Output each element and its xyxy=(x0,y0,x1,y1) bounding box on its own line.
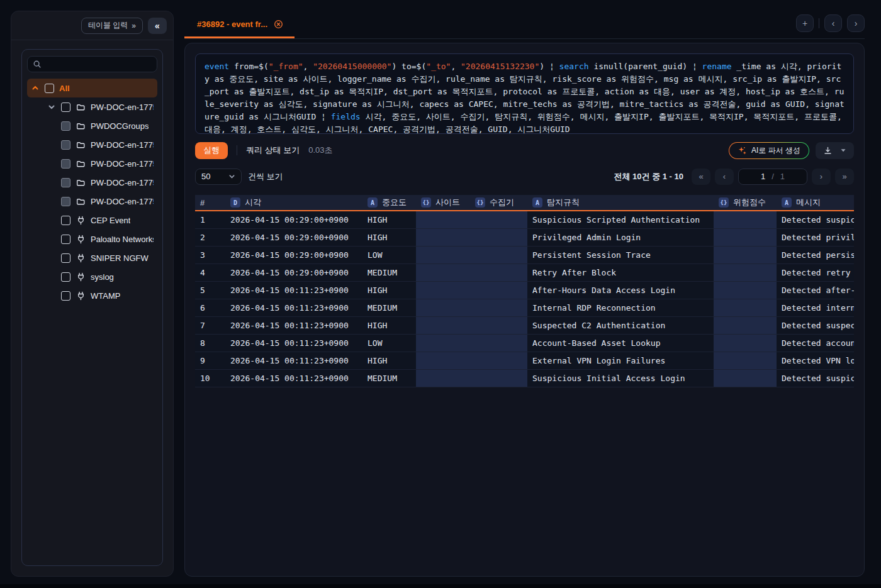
table-cell: Detected retry af xyxy=(777,264,854,281)
checkbox[interactable] xyxy=(61,121,70,131)
download-button[interactable] xyxy=(816,142,854,159)
ai-parser-label: AI로 파서 생성 xyxy=(751,145,800,156)
table-cell: Retry After Block xyxy=(527,264,714,281)
chevron-down-icon xyxy=(228,173,235,180)
tree-item-wtamp[interactable]: WTAMP xyxy=(27,286,157,305)
column-label: 위험점수 xyxy=(733,197,766,208)
next-tab-button[interactable]: › xyxy=(847,14,865,32)
query-status-link[interactable]: 쿼리 상태 보기 xyxy=(246,145,300,156)
table-row[interactable]: 12026-04-15 00:29:00+0900HIGHSuspicious … xyxy=(195,211,854,229)
tree-item-syslog[interactable]: syslog xyxy=(27,267,157,286)
tree-item-cep-event[interactable]: CEP Event xyxy=(27,211,157,230)
query-token: "_to" xyxy=(426,62,451,71)
table-row[interactable]: 102026-04-15 00:11:23+0900MEDIUMSuspicio… xyxy=(195,370,854,387)
prev-page-button[interactable]: ‹ xyxy=(715,169,734,185)
folder-icon xyxy=(76,178,86,187)
column-header-index[interactable]: {}사이트 xyxy=(416,195,470,210)
checkbox[interactable] xyxy=(45,84,54,93)
table-cell xyxy=(714,317,777,334)
table-cell: HIGH xyxy=(362,282,416,299)
tree-item-pw-doc-en-17757[interactable]: PW-DOC-en-17757 xyxy=(27,173,157,192)
column-header-index[interactable]: A탐지규칙 xyxy=(527,195,714,210)
table-cell: 2026-04-15 00:11:23+0900 xyxy=(225,335,362,352)
checkbox[interactable] xyxy=(61,291,70,301)
table-row[interactable]: 62026-04-15 00:11:23+0900MEDIUMInternal … xyxy=(195,299,854,317)
column-header-index[interactable]: # xyxy=(195,195,225,210)
column-header-index[interactable]: D시각 xyxy=(225,195,362,210)
column-header-index[interactable]: A메시지 xyxy=(777,195,854,210)
run-query-button[interactable]: 실행 xyxy=(195,142,228,159)
table-cell xyxy=(416,352,470,369)
tree-item-pw-doc-en-17757[interactable]: PW-DOC-en-17757 xyxy=(27,97,157,116)
column-header-index[interactable]: {}위험점수 xyxy=(714,195,777,210)
checkbox[interactable] xyxy=(61,235,70,244)
checkbox[interactable] xyxy=(61,253,70,263)
column-header-index[interactable]: {}수집기 xyxy=(470,195,527,210)
tree-item-pw-doc-en-17757[interactable]: PW-DOC-en-17757 xyxy=(27,135,157,154)
table-cell: 2026-04-15 00:11:23+0900 xyxy=(225,352,362,369)
next-page-button[interactable]: › xyxy=(812,169,831,185)
table-cell xyxy=(416,229,470,246)
download-caret-icon[interactable] xyxy=(840,147,846,153)
table-cell: Detected privileg xyxy=(777,229,854,246)
tree-item-label: PW-DOC-en-17757 xyxy=(91,103,154,112)
checkbox[interactable] xyxy=(61,197,70,206)
checkbox[interactable] xyxy=(61,272,70,282)
tree-item-paloalto-networks-n[interactable]: Paloalto Networks N xyxy=(27,230,157,248)
page-number-input[interactable]: 1 / 1 xyxy=(738,169,807,185)
prev-tab-button[interactable]: ‹ xyxy=(824,14,842,32)
checkbox[interactable] xyxy=(61,103,70,112)
chevron-up-icon[interactable] xyxy=(31,84,40,92)
chevron-right-icon: › xyxy=(855,18,858,28)
table-row[interactable]: 32026-04-15 00:29:00+0900LOWPersistent S… xyxy=(195,247,854,264)
checkbox[interactable] xyxy=(61,159,70,169)
table-cell: Suspected C2 Authentication xyxy=(527,317,714,334)
table-cell: 2026-04-15 00:29:00+0900 xyxy=(225,264,362,281)
page-size-select[interactable]: 50 xyxy=(195,169,242,185)
table-row[interactable]: 52026-04-15 00:11:23+0900HIGHAfter-Hours… xyxy=(195,282,854,299)
tab-close-icon[interactable] xyxy=(274,19,283,29)
query-token: event xyxy=(205,62,229,71)
table-cell: HIGH xyxy=(362,317,416,334)
table-cell xyxy=(714,282,777,299)
ai-parser-button[interactable]: AI로 파서 생성 xyxy=(729,142,809,159)
bottom-strip xyxy=(0,584,881,588)
tree-item-pwdocgroups[interactable]: PWDOCGroups xyxy=(27,116,157,135)
table-input-button[interactable]: 테이블 입력 » xyxy=(81,18,143,34)
table-cell: LOW xyxy=(362,247,416,263)
tree-search[interactable] xyxy=(27,56,157,72)
checkbox[interactable] xyxy=(61,178,70,187)
column-header-index[interactable]: A중요도 xyxy=(362,195,416,210)
table-cell: MEDIUM xyxy=(362,264,416,281)
tree-item-sniper-ngfw[interactable]: SNIPER NGFW xyxy=(27,248,157,267)
table-row[interactable]: 72026-04-15 00:11:23+0900HIGHSuspected C… xyxy=(195,317,854,335)
query-token: , xyxy=(451,62,461,71)
table-tree-panel: AllPW-DOC-en-17757PWDOCGroupsPW-DOC-en-1… xyxy=(21,49,163,566)
first-page-button[interactable]: « xyxy=(692,169,710,185)
table-row[interactable]: 42026-04-15 00:29:00+0900MEDIUMRetry Aft… xyxy=(195,264,854,282)
tree-item-pw-doc-en-17757[interactable]: PW-DOC-en-17757 xyxy=(27,192,157,211)
table-cell: Detected VPN logi xyxy=(777,352,854,369)
chevron-down-icon[interactable] xyxy=(47,103,56,111)
checkbox[interactable] xyxy=(61,216,70,225)
tree-item-pw-doc-en-17757[interactable]: PW-DOC-en-17757 xyxy=(27,154,157,173)
query-token: ) to=$( xyxy=(391,62,426,71)
query-elapsed-time: 0.03초 xyxy=(308,145,332,156)
table-row[interactable]: 82026-04-15 00:11:23+0900LOWAccount-Base… xyxy=(195,335,854,352)
tree-search-input[interactable] xyxy=(45,60,152,69)
table-row[interactable]: 92026-04-15 00:11:23+0900HIGHExternal VP… xyxy=(195,352,854,370)
last-page-button[interactable]: » xyxy=(835,169,854,185)
add-tab-button[interactable]: + xyxy=(796,14,814,32)
table-cell xyxy=(714,229,777,246)
double-chevron-right-icon: » xyxy=(842,172,846,181)
query-editor[interactable]: event from=$("_from", "20260415000000") … xyxy=(195,53,854,134)
table-cell: 2026-04-15 00:29:00+0900 xyxy=(225,247,362,263)
checkbox[interactable] xyxy=(61,140,70,150)
table-row[interactable]: 22026-04-15 00:29:00+0900HIGHPrivileged … xyxy=(195,229,854,247)
table-cell: 10 xyxy=(195,370,225,387)
tree: AllPW-DOC-en-17757PWDOCGroupsPW-DOC-en-1… xyxy=(27,79,157,305)
tree-item-all[interactable]: All xyxy=(27,79,157,97)
sidebar-collapse-button[interactable]: « xyxy=(148,18,167,34)
tab-query-36892[interactable]: #36892 - event fr... xyxy=(184,11,295,38)
table-cell: HIGH xyxy=(362,211,416,228)
